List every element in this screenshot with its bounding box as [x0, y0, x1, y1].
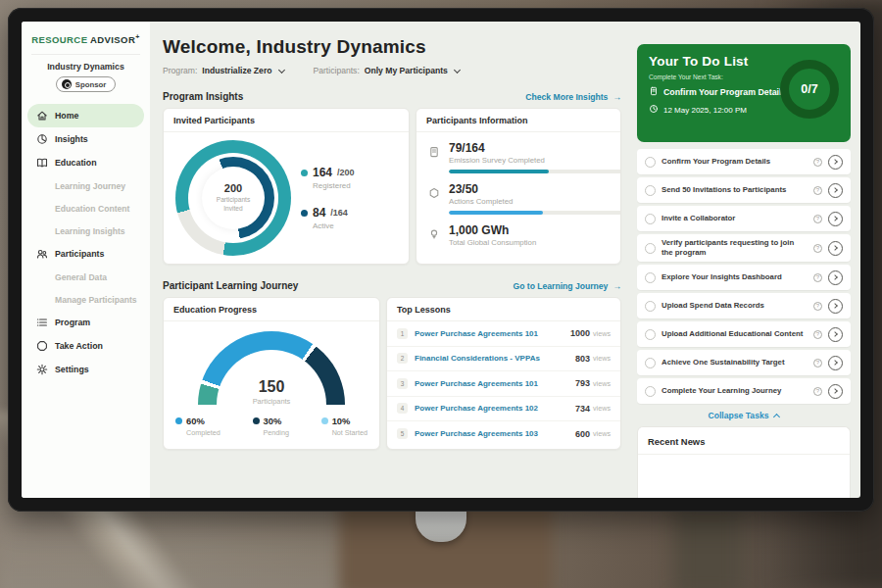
todo-panel: Your To Do List Complete Your Next Task:…: [637, 44, 851, 498]
arrow-right-icon: →: [612, 281, 621, 291]
sidebar-item-label: Insights: [55, 134, 88, 144]
collapse-tasks-link[interactable]: Collapse Tasks: [709, 411, 780, 420]
info-icon[interactable]: ?: [813, 330, 822, 339]
task-go-button[interactable]: [828, 212, 843, 226]
logo-resource: RESOURCE: [31, 34, 87, 45]
legend-label: Active: [313, 221, 355, 230]
task-row[interactable]: Explore Your Insights Dashboard ?: [637, 265, 851, 290]
stat-actions-completed: 23/50 Actions Completed: [428, 182, 609, 215]
info-icon[interactable]: ?: [813, 244, 822, 253]
lesson-row[interactable]: 3 Power Purchase Agreements 101 793 view…: [387, 371, 620, 397]
task-label: Upload Additional Educational Content: [662, 329, 808, 339]
legend-label: Completed: [186, 428, 220, 437]
info-icon[interactable]: ?: [813, 302, 822, 311]
section-title: Program Insights: [163, 91, 243, 102]
task-row[interactable]: Send 50 Invitations to Participants ?: [637, 177, 851, 203]
lesson-row[interactable]: 4 Power Purchase Agreements 102 734 view…: [387, 397, 620, 422]
app-logo: RESOURCE ADVISOR+: [22, 33, 150, 45]
progress-bar-track: [449, 211, 621, 215]
sidebar-item-education-content[interactable]: Education Content: [22, 197, 150, 220]
info-icon[interactable]: ?: [813, 387, 822, 396]
chevron-right-icon: [832, 274, 838, 280]
sidebar-item-home[interactable]: Home: [27, 104, 144, 127]
sidebar-item-learning-journey[interactable]: Learning Journey: [22, 174, 150, 197]
task-go-button[interactable]: [828, 327, 843, 342]
gauge-center-value: 150: [198, 378, 345, 396]
program-insights-header: Program Insights Check More Insights →: [163, 91, 621, 102]
legend-dot: [321, 417, 328, 424]
task-row[interactable]: Invite a Collaborator ?: [637, 206, 851, 231]
sidebar-item-take-action[interactable]: Take Action: [22, 334, 150, 358]
task-checkbox[interactable]: [645, 329, 656, 340]
lesson-link[interactable]: Power Purchase Agreements 101: [415, 379, 575, 388]
task-checkbox[interactable]: [645, 301, 656, 312]
task-go-button[interactable]: [828, 384, 843, 399]
rank-badge: 1: [397, 328, 408, 339]
legend-value: 164: [313, 166, 332, 179]
task-row[interactable]: Complete Your Learning Journey ?: [637, 378, 851, 404]
sidebar-item-participants[interactable]: Participants: [22, 242, 150, 266]
rank-badge: 3: [397, 378, 408, 389]
task-row[interactable]: Upload Additional Educational Content ?: [637, 321, 851, 347]
sidebar-item-program[interactable]: Program: [22, 311, 150, 334]
stat-label: Emission Survey Completed: [449, 156, 621, 165]
rank-badge: 5: [397, 428, 408, 439]
gauge-center: 150 Participants: [198, 378, 345, 406]
info-icon[interactable]: ?: [813, 186, 822, 195]
lesson-row[interactable]: 1 Power Purchase Agreements 101 1000 vie…: [387, 321, 620, 347]
task-checkbox[interactable]: [645, 272, 656, 283]
lesson-row[interactable]: 5 Power Purchase Agreements 103 600 view…: [387, 421, 620, 447]
lesson-row[interactable]: 2 Financial Considerations - VPPAs 803 v…: [387, 347, 620, 372]
task-row[interactable]: Achieve One Sustainability Target ?: [637, 350, 851, 375]
legend-item-registered: 164/200 Registered: [301, 166, 355, 190]
task-go-button[interactable]: [828, 356, 843, 370]
page-title: Welcome, Industry Dynamics: [163, 36, 621, 58]
lesson-link[interactable]: Power Purchase Agreements 102: [415, 404, 575, 413]
learning-journey-header: Participant Learning Journey Go to Learn…: [163, 280, 621, 291]
task-list: Confirm Your Program Details ? Send 50 I…: [637, 149, 851, 404]
legend-dot: [253, 417, 260, 424]
info-icon[interactable]: ?: [813, 359, 822, 368]
go-to-learning-journey-link[interactable]: Go to Learning Journey →: [513, 281, 621, 291]
task-row[interactable]: Verify participants requesting to join t…: [637, 234, 851, 262]
task-checkbox[interactable]: [645, 214, 656, 224]
sidebar-item-manage-participants[interactable]: Manage Participants: [22, 288, 150, 311]
task-go-button[interactable]: [828, 270, 843, 285]
info-icon[interactable]: ?: [813, 158, 822, 167]
lesson-link[interactable]: Power Purchase Agreements 101: [415, 329, 570, 338]
task-row[interactable]: Confirm Your Program Details ?: [637, 149, 851, 174]
legend-label: Registered: [313, 181, 355, 190]
task-go-button[interactable]: [828, 241, 843, 256]
task-checkbox[interactable]: [645, 358, 656, 368]
task-checkbox[interactable]: [645, 386, 656, 397]
info-icon[interactable]: ?: [813, 215, 822, 223]
task-checkbox[interactable]: [645, 185, 656, 196]
task-go-button[interactable]: [828, 155, 843, 170]
sidebar-item-label: Learning Insights: [55, 226, 125, 236]
task-go-button[interactable]: [828, 299, 843, 314]
lesson-link[interactable]: Financial Considerations - VPPAs: [415, 354, 575, 363]
task-checkbox[interactable]: [645, 243, 656, 254]
donut-center: 200 Participants Invited: [202, 167, 265, 229]
legend-label: Not Started: [332, 428, 368, 437]
sidebar-item-general-data[interactable]: General Data: [22, 266, 150, 288]
sidebar-item-education[interactable]: Education: [22, 151, 150, 174]
stat-label: Total Global Consumption: [449, 238, 609, 247]
sidebar-item-settings[interactable]: Settings: [22, 358, 150, 381]
progress-bar-fill: [449, 170, 549, 173]
chevron-right-icon: [832, 245, 838, 251]
stat-value: 1,000 GWh: [449, 223, 609, 237]
recent-news-card: Recent News: [637, 426, 851, 498]
legend-pct: 30%: [264, 416, 282, 426]
lesson-link[interactable]: Power Purchase Agreements 103: [415, 429, 575, 438]
sidebar-item-learning-insights[interactable]: Learning Insights: [22, 220, 150, 242]
check-more-insights-link[interactable]: Check More Insights →: [525, 92, 621, 102]
participants-dropdown[interactable]: Participants: Only My Participants: [314, 66, 460, 75]
program-dropdown[interactable]: Program: Industrialize Zero: [163, 66, 284, 75]
task-checkbox[interactable]: [645, 157, 656, 168]
info-icon[interactable]: ?: [813, 273, 822, 282]
sidebar-item-insights[interactable]: Insights: [22, 127, 150, 151]
task-go-button[interactable]: [828, 183, 843, 198]
chevron-up-icon: [773, 414, 780, 420]
task-row[interactable]: Upload Spend Data Records ?: [637, 293, 851, 318]
